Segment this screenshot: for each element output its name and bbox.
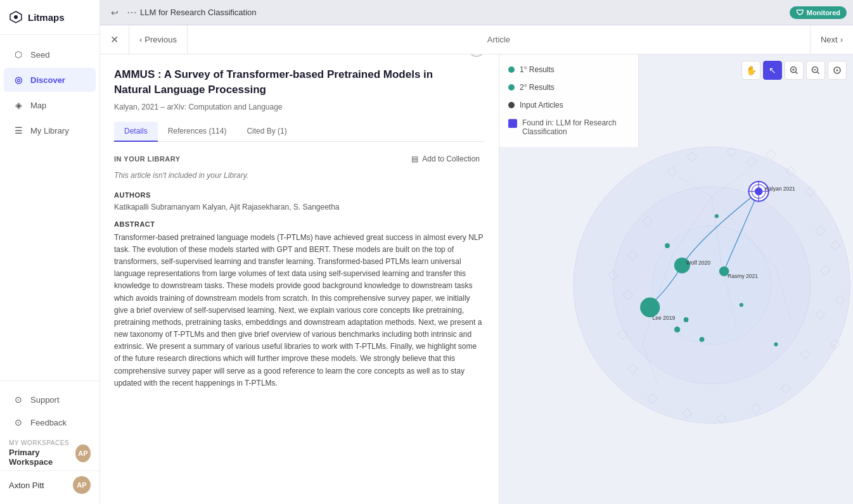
add-to-collection-button[interactable]: ▤ Add to Collection [406,152,485,166]
sidebar-item-discover[interactable]: ◎ Discover [4,68,96,92]
sidebar-item-library[interactable]: ☰ My Library [4,118,96,142]
node-kalyan2021-label: Kalyan 2021 [765,186,795,192]
svg-point-18[interactable] [674,327,680,332]
content-split: AMMUS : A Survey of Transformer-based Pr… [100,54,853,504]
prev-label: Previous [144,35,177,44]
undo-button[interactable]: ↩ [106,4,123,21]
map-results-sidebar: 1° Results 2° Results Input Articles Fou… [499,54,639,147]
result-2nd[interactable]: 2° Results [499,79,638,96]
svg-point-23[interactable] [700,337,705,342]
seed-icon: ⬡ [13,49,24,60]
article-title: AMMUS : A Survey of Transformer-based Pr… [114,67,450,98]
result-2nd-dot [508,84,515,91]
authors-label: AUTHORS [114,191,485,199]
tab-details[interactable]: Details [114,122,158,142]
topbar: ↩ ⋯ LLM for Research Classification 🛡 Mo… [100,0,853,25]
monitored-icon: 🛡 [796,8,804,17]
next-chevron-icon: › [840,35,843,44]
logo-text: Litmaps [28,12,65,23]
sidebar-item-seed-label: Seed [30,50,49,60]
add-to-collection-label: Add to Collection [422,154,480,163]
svg-point-21[interactable] [715,214,719,218]
main: ↩ ⋯ LLM for Research Classification 🛡 Mo… [100,0,853,504]
abstract-label: ABSTRACT [114,220,485,228]
svg-point-19[interactable] [684,317,689,322]
user-avatar: AP [73,476,91,494]
sidebar-item-feedback-label: Feedback [30,418,67,427]
svg-point-7 [653,226,771,344]
svg-point-22[interactable] [740,303,743,306]
node-lee2019-label: Lee 2019 [653,315,676,321]
workspace-section: My Workspaces Primary Workspace AP [0,434,99,470]
discover-icon: ◎ [13,74,24,85]
user-name: Axton Pitt [9,481,44,490]
sidebar-item-support[interactable]: ⊙ Support [4,389,96,410]
workspace-name: Primary Workspace [9,448,75,467]
litmaps-logo-icon [9,10,23,24]
reset-view-button[interactable] [828,61,847,80]
workspace-info: My Workspaces Primary Workspace [9,439,75,467]
in-library-section: IN YOUR LIBRARY ▤ Add to Collection [114,152,485,166]
select-tool-button[interactable]: ↖ [763,61,782,80]
result-2nd-label: 2° Results [520,83,555,92]
sidebar: Litmaps ⬡ Seed ◎ Discover ◈ Map ☰ My Lib… [0,0,100,504]
monitored-label: Monitored [807,9,840,16]
svg-point-4 [837,70,838,72]
svg-point-20[interactable] [665,243,670,248]
article-nav: ✕ ‹ Previous Article Next › [100,25,853,54]
workspace-avatar: AP [75,444,91,462]
zoom-in-button[interactable] [785,61,804,80]
sidebar-item-map-label: Map [30,101,46,110]
workspace-row: My Workspaces Primary Workspace AP [9,439,91,467]
article-meta: Kalyan, 2021 – arXiv: Computation and La… [114,103,485,111]
more-options-icon[interactable]: ⋯ [127,6,136,18]
svg-point-24[interactable] [774,343,778,346]
feedback-icon: ⊙ [13,417,24,428]
sidebar-item-library-label: My Library [30,126,69,135]
map-toolbar: ✋ ↖ [741,61,847,80]
article-close-button[interactable]: ✕ [100,25,129,54]
found-in-text: Found in: LLM for Research Classificatio… [522,118,629,136]
article-prev-button[interactable]: ‹ Previous [129,25,188,54]
svg-point-0 [14,15,18,19]
next-label: Next [821,35,838,44]
result-input-label: Input Articles [520,101,563,110]
zoom-out-button[interactable] [806,61,825,80]
abstract-text: Transformer-based pretrained language mo… [114,232,485,389]
node-rasmy2021-label: Rasmy 2021 [728,273,758,279]
pan-tool-button[interactable]: ✋ [741,61,760,80]
user-row[interactable]: Axton Pitt AP [0,470,99,499]
library-icon: ☰ [13,125,24,136]
sidebar-bottom: ⊙ Support ⊙ Feedback My Workspaces Prima… [0,381,99,504]
article-add-button[interactable]: + [468,54,485,57]
article-nav-title: Article [188,35,810,44]
result-1st[interactable]: 1° Results [499,61,638,79]
result-input[interactable]: Input Articles [499,96,638,114]
node-wolf2020-label: Wolf 2020 [686,260,711,266]
logo[interactable]: Litmaps [0,0,99,35]
tab-references[interactable]: References (114) [158,122,237,142]
workspace-label: My Workspaces [9,439,75,446]
tab-cited-by[interactable]: Cited By (1) [236,122,297,142]
topbar-title: LLM for Research Classification [140,8,786,17]
sidebar-item-feedback[interactable]: ⊙ Feedback [4,412,96,433]
in-library-label: IN YOUR LIBRARY [114,155,181,163]
sidebar-item-map[interactable]: ◈ Map [4,93,96,117]
authors-text: Katikapalli Subramanyam Kalyan, Ajit Raj… [114,203,485,211]
sidebar-item-seed[interactable]: ⬡ Seed [4,42,96,66]
sidebar-item-support-label: Support [30,395,60,405]
node-kalyan2021-inner [755,187,762,195]
article-next-button[interactable]: Next › [810,25,853,54]
collection-icon: ▤ [411,154,418,163]
found-in-box: Found in: LLM for Research Classificatio… [499,114,638,141]
map-icon: ◈ [13,99,24,111]
sidebar-item-discover-label: Discover [30,75,65,85]
sidebar-nav: ⬡ Seed ◎ Discover ◈ Map ☰ My Library [0,35,99,381]
result-input-dot [508,102,515,108]
article-panel: AMMUS : A Survey of Transformer-based Pr… [100,54,499,504]
article-tabs: Details References (114) Cited By (1) [114,122,485,142]
result-1st-dot [508,66,515,73]
found-in-icon [508,119,517,128]
prev-chevron-icon: ‹ [139,35,142,44]
monitored-badge: 🛡 Monitored [790,6,847,19]
